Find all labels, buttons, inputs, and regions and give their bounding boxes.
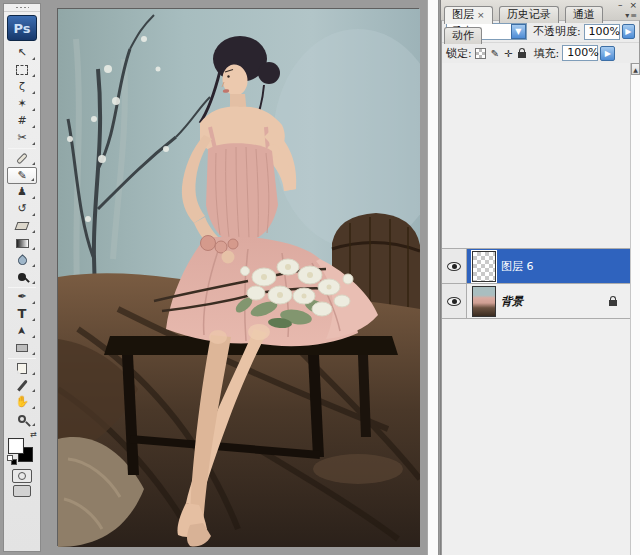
opacity-input[interactable]: 100% [584,24,620,40]
eye-icon [447,262,461,271]
dodge-icon [18,273,26,281]
visibility-cell[interactable] [442,284,467,318]
foreground-color-swatch[interactable] [8,438,24,454]
tab-actions[interactable]: 动作 [444,27,482,44]
tab-history[interactable]: 历史记录 [499,6,559,23]
tool-spot-healing-brush[interactable] [7,150,37,167]
tool-separator [8,287,36,288]
panel-window-buttons: – × [614,0,637,10]
tool-separator [8,148,36,149]
document-canvas[interactable] [57,8,419,546]
tool-separator [8,358,36,359]
eye-icon [447,297,461,306]
photo-woman-with-flowers [58,9,420,547]
tool-history-brush[interactable]: ↺ [7,201,37,218]
layers-panel: 图层× 历史记录 通道 动作 – × ▾≡ 柔光 ▼ 不透明度: 100% ▶ … [440,0,640,555]
photoshop-logo: Ps [7,15,37,41]
blur-icon [16,254,29,267]
visibility-cell[interactable] [442,249,467,283]
layers-scrollbar[interactable]: ▲ [630,63,640,555]
tool-clone-stamp[interactable]: ♟ [7,184,37,201]
lock-icons: ✎ ✛ [475,48,526,59]
swap-colors-icon[interactable]: ⇄ [30,431,37,439]
background-thumbnail[interactable] [472,286,496,317]
marquee-icon [16,65,28,75]
layer-rows: 图层 6 背景 [442,248,630,319]
palette-grip[interactable] [4,4,40,12]
tool-zoom[interactable] [7,411,37,428]
layer6-name[interactable]: 图层 6 [501,259,534,274]
background-lock-icon [609,300,617,306]
tool-palette: Ps ↖ ζ ✶ # ✂ ✎ ♟ ↺ ✒ T ➤ ✋ ⇄ [3,3,41,552]
background-name[interactable]: 背景 [501,294,523,309]
tool-pen[interactable]: ✒ [7,289,37,306]
tab-layers[interactable]: 图层× [444,6,493,24]
close-icon[interactable]: × [629,0,637,10]
tool-notes[interactable] [7,360,37,377]
tool-crop[interactable]: # [7,113,37,130]
lock-position-icon[interactable]: ✛ [504,48,512,59]
crop-icon: # [17,114,26,127]
lock-pixels-icon[interactable]: ✎ [491,48,499,59]
fill-spinner-icon[interactable]: ▶ [600,46,615,61]
tab-close-icon[interactable]: × [477,10,485,20]
magic-wand-icon: ✶ [17,97,26,110]
scroll-up-icon[interactable]: ▲ [631,63,640,75]
notes-icon [17,363,27,374]
eyedropper-icon [17,379,28,391]
pen-icon: ✒ [17,290,26,303]
color-swatches: ⇄ [7,431,37,465]
slice-icon: ✂ [17,131,26,144]
tab-layers-label: 图层 [452,8,474,21]
healing-brush-icon [16,152,28,164]
tab-actions-label: 动作 [452,29,474,42]
brush-icon: ✎ [17,169,26,182]
tool-eraser[interactable] [7,218,37,235]
history-brush-icon: ↺ [17,202,26,215]
tool-rectangle-shape[interactable] [7,340,37,357]
panel-menu-icon[interactable]: ▾≡ [625,11,638,20]
lock-fill-row: 锁定: ✎ ✛ 填充: 100% ▶ [442,42,639,63]
layer-row-background[interactable]: 背景 [442,284,630,319]
tool-move[interactable]: ↖ [7,45,37,62]
chevron-down-icon[interactable]: ▼ [511,24,526,39]
quick-mask-button[interactable] [12,469,32,483]
panel-tab-bar: 图层× 历史记录 通道 动作 – × ▾≡ [441,0,640,20]
fill-label: 填充: [534,46,560,61]
tool-dodge[interactable] [7,269,37,286]
tool-eyedropper[interactable] [7,377,37,394]
tool-lasso[interactable]: ζ [7,79,37,96]
lock-label: 锁定: [446,46,472,61]
tool-path-selection[interactable]: ➤ [7,323,37,340]
default-foreground [7,455,13,461]
tab-channels-label: 通道 [573,8,595,21]
minimize-icon[interactable]: – [618,0,623,10]
default-colors-icon[interactable] [7,455,16,464]
tool-blur[interactable] [7,252,37,269]
tab-channels[interactable]: 通道 [565,6,603,23]
lock-all-icon[interactable] [518,52,526,58]
tab-history-label: 历史记录 [507,8,551,21]
fill-input[interactable]: 100% [562,45,598,61]
type-icon: T [18,306,27,321]
tool-slice[interactable]: ✂ [7,130,37,147]
tool-type[interactable]: T [7,306,37,323]
tool-rectangular-marquee[interactable] [7,62,37,79]
lock-transparency-icon[interactable] [475,48,486,59]
clone-stamp-icon: ♟ [17,185,27,198]
palette-well-strip [427,0,439,555]
screen-mode-button[interactable] [13,485,31,497]
tool-gradient[interactable] [7,235,37,252]
lasso-icon: ζ [19,80,25,93]
layers-list: ▲ 图层 6 背景 [441,63,640,555]
tool-brush[interactable]: ✎ [7,167,37,184]
path-selection-icon: ➤ [14,326,30,335]
opacity-label: 不透明度: [533,24,581,39]
gradient-icon [16,239,29,248]
opacity-spinner-icon[interactable]: ▶ [622,24,635,39]
tool-magic-wand[interactable]: ✶ [7,96,37,113]
hand-icon: ✋ [15,395,29,408]
layer-row-layer6[interactable]: 图层 6 [442,249,630,284]
tool-hand[interactable]: ✋ [7,394,37,411]
layer6-thumbnail[interactable] [472,251,496,282]
